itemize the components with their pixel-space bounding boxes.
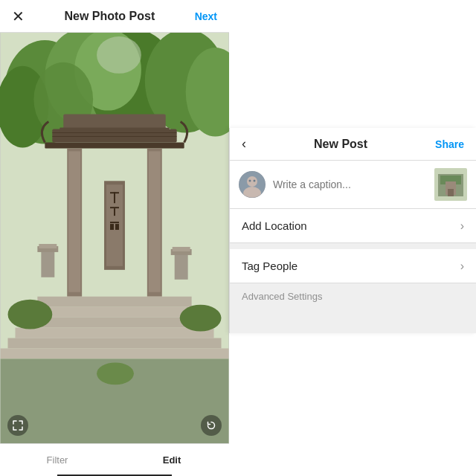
svg-point-44 [97, 36, 141, 74]
expand-icon[interactable] [7, 415, 28, 436]
svg-rect-29 [30, 307, 199, 318]
svg-point-49 [249, 180, 251, 182]
svg-rect-32 [8, 338, 222, 349]
chevron-right-icon-2: › [460, 260, 464, 273]
svg-rect-31 [15, 328, 213, 338]
user-avatar [239, 171, 266, 198]
caption-row [230, 161, 476, 209]
svg-rect-41 [175, 251, 188, 280]
svg-rect-18 [149, 151, 161, 292]
close-icon[interactable]: ✕ [12, 7, 25, 25]
svg-rect-14 [60, 128, 169, 132]
svg-rect-55 [448, 189, 454, 196]
add-location-label: Add Location [242, 219, 307, 232]
svg-rect-26 [110, 224, 114, 230]
add-location-option[interactable]: Add Location › [230, 209, 476, 243]
header-right: ‹ New Post Share [230, 128, 476, 161]
rotate-icon[interactable] [201, 415, 222, 436]
svg-rect-33 [1, 348, 229, 358]
svg-rect-27 [115, 224, 119, 230]
svg-point-35 [8, 300, 53, 329]
chevron-right-icon: › [460, 219, 464, 233]
svg-rect-23 [110, 207, 119, 208]
svg-rect-25 [110, 222, 119, 223]
new-photo-post-title: New Photo Post [64, 10, 155, 23]
photo-controls [7, 415, 222, 436]
svg-rect-43 [173, 247, 190, 251]
divider [230, 243, 476, 249]
next-button[interactable]: Next [195, 10, 217, 22]
svg-rect-10 [45, 142, 184, 148]
svg-point-36 [180, 305, 222, 332]
photo-image [0, 33, 229, 443]
svg-point-37 [97, 362, 134, 385]
advanced-settings[interactable]: Advanced Settings [230, 283, 476, 309]
share-button[interactable]: Share [435, 138, 464, 150]
svg-point-50 [254, 180, 256, 182]
svg-rect-40 [39, 244, 57, 248]
options-list: Add Location › Tag People › Advanced Set… [230, 209, 476, 333]
bottom-tabs: Filter Edit [0, 443, 229, 476]
svg-rect-17 [68, 151, 80, 292]
right-panel: ‹ New Post Share [229, 128, 476, 333]
back-icon[interactable]: ‹ [242, 136, 246, 152]
header-left: ✕ New Photo Post Next [0, 0, 229, 33]
tab-filter[interactable]: Filter [0, 444, 115, 476]
caption-input[interactable] [273, 178, 427, 190]
svg-rect-24 [114, 208, 115, 216]
tag-people-option[interactable]: Tag People › [230, 249, 476, 283]
tab-edit[interactable]: Edit [115, 444, 229, 476]
photo-container [0, 33, 229, 443]
photo-thumbnail [434, 168, 467, 201]
svg-rect-28 [37, 297, 191, 307]
svg-point-46 [247, 176, 257, 187]
left-panel: ✕ New Photo Post Next [0, 0, 229, 476]
new-post-title: New Post [314, 138, 367, 151]
svg-rect-22 [114, 192, 115, 203]
tag-people-label: Tag People [242, 260, 298, 272]
